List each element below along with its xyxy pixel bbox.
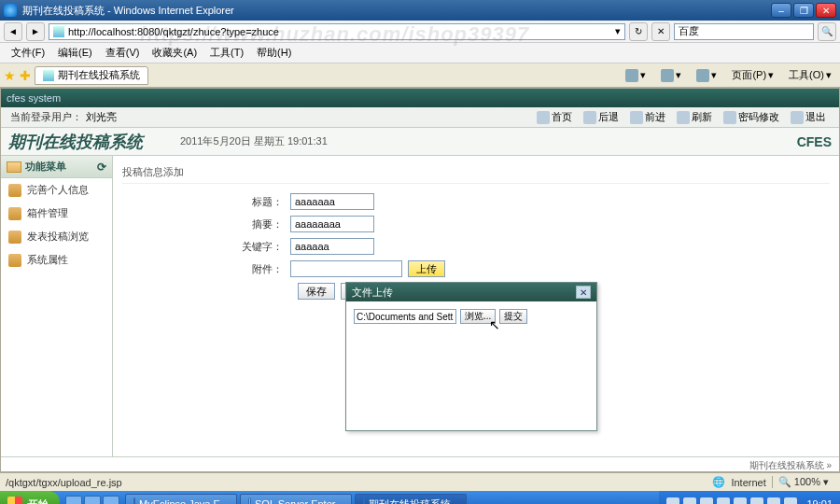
quick-launch — [60, 496, 125, 504]
sidebar-title: 功能菜单 — [25, 160, 66, 174]
folder-icon — [7, 161, 21, 173]
input-abstract[interactable] — [290, 216, 374, 232]
browser-tab[interactable]: 期刊在线投稿系统 — [35, 66, 148, 85]
taskbar: 开始 MyEclipse Java E... SQL Server Enter.… — [0, 491, 840, 504]
dialog-file-input[interactable] — [354, 309, 456, 324]
minimize-button[interactable]: – — [771, 3, 791, 18]
user-name: 刘光亮 — [86, 110, 117, 124]
menu-edit[interactable]: 编辑(E) — [52, 44, 98, 62]
back-button[interactable]: ◄ — [4, 22, 22, 41]
clock[interactable]: 19:01 — [801, 498, 833, 504]
tray-icon[interactable] — [700, 497, 713, 504]
search-input[interactable] — [679, 26, 809, 37]
zoom-level[interactable]: 🔍 100% ▾ — [772, 476, 834, 488]
label-title: 标题： — [122, 195, 290, 209]
stop-button[interactable]: ✕ — [651, 22, 670, 41]
sidebar-header: 功能菜单 ⟳ — [1, 156, 112, 178]
tray-icon[interactable] — [784, 497, 797, 504]
address-bar-row: ◄ ► ▾ ↻ ✕ 🔍 — [0, 21, 840, 43]
menu-tools[interactable]: 工具(T) — [204, 44, 249, 62]
label-abstract: 摘要： — [122, 217, 290, 231]
add-favorite-icon[interactable]: ✚ — [20, 68, 31, 83]
address-bar[interactable]: ▾ — [49, 23, 625, 40]
task-ie[interactable]: 期刊在线投稿系统... — [355, 494, 467, 504]
sidebar: 功能菜单 ⟳ 完善个人信息 箱件管理 发表投稿浏览 系统属性 — [1, 156, 113, 456]
ie-icon — [4, 4, 17, 17]
menu-bar: 文件(F) 编辑(E) 查看(V) 收藏夹(A) 工具(T) 帮助(H) — [0, 43, 840, 63]
quick-launch-icon[interactable] — [103, 496, 119, 504]
refresh-button[interactable]: ↻ — [629, 22, 648, 41]
user-label: 当前登录用户： — [10, 110, 82, 124]
menu-help[interactable]: 帮助(H) — [251, 44, 297, 62]
tray-icon[interactable] — [750, 497, 763, 504]
dialog-header[interactable]: 文件上传 ✕ — [346, 283, 596, 301]
tray-icon[interactable] — [666, 497, 679, 504]
sidebar-item-published[interactable]: 发表投稿浏览 — [1, 225, 112, 248]
quick-launch-icon[interactable] — [84, 496, 101, 504]
maximize-button[interactable]: ❐ — [793, 3, 814, 18]
app-brand: 期刊在线投稿系统 — [8, 131, 143, 153]
tray-icon[interactable] — [683, 497, 696, 504]
close-button[interactable]: ✕ — [816, 3, 836, 18]
dialog-submit-button[interactable]: 提交 — [499, 309, 527, 324]
user-bar: 当前登录用户： 刘光亮 首页 后退 前进 刷新 密码修改 退出 — [1, 107, 839, 128]
tab-toolbar: ★ ✚ 期刊在线投稿系统 ▾ ▾ ▾ 页面(P) ▾ 工具(O) ▾ — [0, 63, 840, 88]
globe-icon: 🌐 — [712, 476, 725, 488]
sidebar-item-system[interactable]: 系统属性 — [1, 248, 112, 272]
app-small-header: cfes system — [1, 89, 839, 107]
forward-button[interactable]: ► — [26, 22, 45, 41]
sidebar-item-profile[interactable]: 完善个人信息 — [1, 178, 112, 202]
status-url: /qktgxt/tgxx/upload_re.jsp — [6, 477, 122, 488]
page-title: 投稿信息添加 — [122, 161, 830, 184]
tray-icon[interactable] — [767, 497, 780, 504]
tray-icon[interactable] — [717, 497, 730, 504]
start-button[interactable]: 开始 — [0, 491, 60, 504]
search-button[interactable]: 🔍 — [818, 22, 836, 41]
tray-icon[interactable] — [734, 497, 747, 504]
nav-logout[interactable]: 退出 — [787, 110, 830, 124]
task-myeclipse[interactable]: MyEclipse Java E... — [125, 494, 237, 504]
tools-menu[interactable]: 工具(O) ▾ — [784, 65, 836, 85]
url-input[interactable] — [68, 26, 615, 37]
nav-refresh[interactable]: 刷新 — [673, 110, 716, 124]
nav-forward[interactable]: 前进 — [626, 110, 669, 124]
dialog-browse-button[interactable]: 浏览... — [460, 309, 496, 324]
nav-back[interactable]: 后退 — [580, 110, 623, 124]
window-title: 期刊在线投稿系统 - Windows Internet Explorer — [22, 4, 769, 18]
dialog-title: 文件上传 — [352, 286, 393, 300]
nav-password[interactable]: 密码修改 — [720, 110, 783, 124]
menu-file[interactable]: 文件(F) — [6, 44, 50, 62]
favorites-icon[interactable]: ★ — [4, 68, 16, 83]
sidebar-refresh-icon[interactable]: ⟳ — [97, 161, 106, 174]
sidebar-item-mailbox[interactable]: 箱件管理 — [1, 202, 112, 225]
tab-favicon — [43, 70, 54, 81]
nav-home[interactable]: 首页 — [533, 110, 576, 124]
task-sqlserver[interactable]: SQL Server Enter... — [240, 494, 352, 504]
home-button[interactable]: ▾ — [621, 66, 651, 85]
save-button[interactable]: 保存 — [298, 283, 335, 300]
dialog-close-button[interactable]: ✕ — [576, 286, 591, 299]
label-attachment: 附件： — [122, 262, 290, 276]
page-menu[interactable]: 页面(P) ▾ — [727, 65, 778, 85]
input-keywords[interactable] — [290, 238, 374, 255]
app-status-right: 期刊在线投稿系统 » — [749, 459, 832, 472]
windows-logo-icon — [7, 497, 22, 504]
cfes-logo: CFES — [797, 134, 832, 149]
upload-dialog: 文件上传 ✕ 浏览... 提交 — [345, 282, 597, 431]
dropdown-icon[interactable]: ▾ — [615, 25, 621, 37]
security-zone: Internet — [731, 477, 765, 488]
menu-favorites[interactable]: 收藏夹(A) — [147, 44, 203, 62]
menu-view[interactable]: 查看(V) — [100, 44, 146, 62]
input-attachment[interactable] — [290, 260, 402, 277]
system-tray: 19:01 — [659, 491, 840, 504]
quick-launch-icon[interactable] — [65, 496, 82, 504]
ie-status-bar: /qktgxt/tgxx/upload_re.jsp 🌐 Internet 🔍 … — [0, 472, 840, 491]
logo-row: 期刊在线投稿系统 2011年5月20日 星期五 19:01:31 CFES — [1, 128, 839, 156]
app-small-title: cfes system — [7, 92, 61, 104]
label-keywords: 关键字： — [122, 240, 290, 254]
print-button[interactable]: ▾ — [692, 66, 721, 85]
search-box[interactable] — [674, 23, 814, 40]
upload-button[interactable]: 上传 — [408, 260, 445, 277]
feeds-button[interactable]: ▾ — [656, 66, 686, 85]
input-title[interactable] — [290, 193, 374, 210]
